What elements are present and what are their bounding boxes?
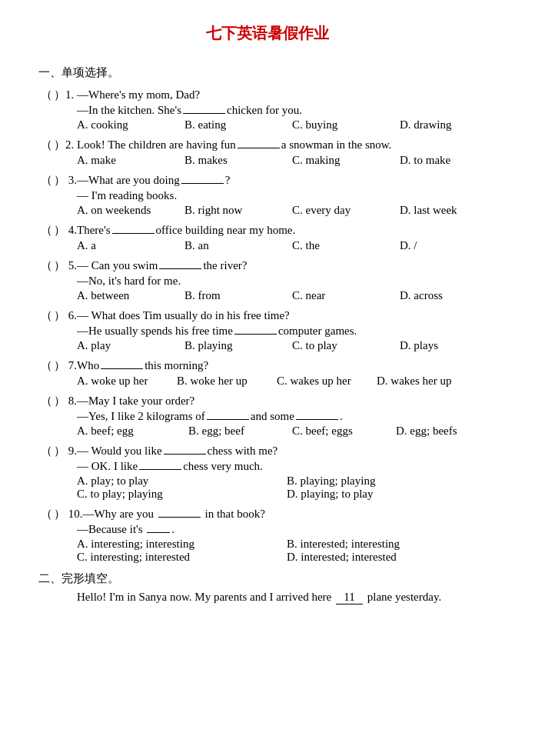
question-6: （ ） 6. — What does Tim usually do in his… [38,308,497,352]
q9-optA: A. play; to play [77,475,287,488]
q3-optB: B. right now [184,204,292,217]
q7-optD: D. wakes her up [377,375,477,388]
q1-optD: D. drawing [400,118,507,132]
q2-options: A. make B. makes C. making D. to make [38,154,497,167]
q3-num: ） 3. [54,173,77,188]
q6-paren: （ [38,308,54,323]
q1-optC: C. buying [292,118,400,132]
q1-optB: B. eating [184,118,292,132]
q8-text2: —Yes, I like 2 kilograms ofand some. [38,410,497,423]
question-1: （ ）1. —Where's my mom, Dad? —In the kitc… [38,88,497,132]
q9-text1: — Would you likechess with me? [77,445,497,458]
q1-options: A. cooking B. eating C. buying D. drawin… [38,118,497,132]
q1-text2: —In the kitchen. She'schicken for you. [38,104,497,117]
question-3: （ ） 3. —What are you doing? — I'm readin… [38,173,497,217]
q9-optB: B. playing; playing [287,475,497,488]
q6-num: ） 6. [54,308,77,323]
question-7: （ ） 7. Whothis morning? A. woke up her B… [38,358,497,388]
q9-paren: （ [38,444,54,458]
q8-options: A. beef; egg B. egg; beef C. beef; eggs … [38,425,497,438]
q2-num: ）2. [54,138,77,152]
q8-optD: D. egg; beefs [396,425,496,438]
q2-optC: C. making [292,154,400,167]
q8-paren: （ [38,394,54,408]
blank-11: 11 [336,591,363,604]
fill-text2: plane yesterday. [367,591,441,603]
q6-options: A. play B. playing C. to play D. plays [38,339,497,352]
q6-text2: —He usually spends his free timecomputer… [38,325,497,338]
q10-paren: （ [38,507,54,521]
q10-optA: A. interesting; interesting [77,538,287,551]
q3-optA: A. on weekends [77,204,184,217]
q10-optC: C. interesting; interested [77,551,287,564]
q9-num: ） 9. [54,444,77,458]
question-9: （ ） 9. — Would you likechess with me? — … [38,444,497,501]
q3-options: A. on weekends B. right now C. every day… [38,204,497,217]
q8-optB: B. egg; beef [188,425,292,438]
q5-options: A. between B. from C. near D. across [38,289,497,302]
q4-optB: B. an [184,239,292,252]
q1-optA: A. cooking [77,118,184,132]
q10-num: ） 10. [54,507,83,521]
q6-optC: C. to play [292,339,400,352]
section1-header: 一、单项选择。 [38,65,497,80]
q8-optA: A. beef; egg [77,425,188,438]
q10-optD: D. interested; interested [287,551,497,564]
q4-num: ） 4. [54,223,77,238]
q4-optD: D. / [400,239,507,252]
q6-optA: A. play [77,339,184,352]
q5-paren: （ [38,258,54,273]
question-8: （ ） 8. —May I take your order? —Yes, I l… [38,394,497,438]
q10-optB: B. interested; interesting [287,538,497,551]
q9-options: A. play; to play B. playing; playing C. … [38,475,497,501]
section2-fill-line: Hello! I'm in Sanya now. My parents and … [38,591,497,604]
q2-paren: （ [38,138,54,152]
q6-optB: B. playing [184,339,292,352]
q2-optD: D. to make [400,154,507,167]
q5-num: ） 5. [54,258,77,273]
q1-num: ）1. [54,88,77,102]
q2-optB: B. makes [184,154,292,167]
q3-text1: —What are you doing? [77,174,497,187]
q3-optD: D. last week [400,204,507,217]
q7-paren: （ [38,358,54,373]
q7-options: A. woke up her B. woke her up C. wakes u… [38,375,497,388]
q3-text2: — I'm reading books. [38,189,497,202]
q4-optA: A. a [77,239,184,252]
q5-optB: B. from [184,289,292,302]
q5-optD: D. across [400,289,507,302]
q4-options: A. a B. an C. the D. / [38,239,497,252]
q8-text1: —May I take your order? [77,395,497,408]
q10-text2: —Because it's . [38,523,497,536]
q6-optD: D. plays [400,339,507,352]
q6-text1: — What does Tim usually do in his free t… [77,309,497,322]
q4-optC: C. the [292,239,400,252]
q2-optA: A. make [77,154,184,167]
section2-header: 二、完形填空。 [38,571,497,586]
question-5: （ ） 5. — Can you swimthe river? —No, it'… [38,258,497,302]
q10-options: A. interesting; interesting B. intereste… [38,538,497,564]
q5-text2: —No, it's hard for me. [38,275,497,288]
q2-text1: Look! The children are having funa snowm… [77,138,497,152]
q8-num: ） 8. [54,394,77,408]
q3-paren: （ [38,173,54,188]
q7-optC: C. wakes up her [277,375,377,388]
q4-paren: （ [38,223,54,238]
q1-paren: （ [38,88,54,102]
q9-text2: — OK. I likechess very much. [38,460,497,473]
q5-optC: C. near [292,289,400,302]
q8-optC: C. beef; eggs [292,425,396,438]
q1-text1: —Where's my mom, Dad? [77,88,497,102]
q5-text1: — Can you swimthe river? [77,259,497,272]
q7-optA: A. woke up her [77,375,177,388]
q9-optD: D. playing; to play [287,488,497,501]
q9-optC: C. to play; playing [77,488,287,501]
q5-optA: A. between [77,289,184,302]
q7-num: ） 7. [54,358,77,373]
fill-text1: Hello! I'm in Sanya now. My parents and … [77,591,331,603]
q7-text1: Whothis morning? [77,359,497,372]
question-2: （ ）2. Look! The children are having funa… [38,138,497,167]
q10-text1: —Why are you in that book? [83,508,497,521]
page-title: 七下英语暑假作业 [38,23,497,44]
q3-optC: C. every day [292,204,400,217]
